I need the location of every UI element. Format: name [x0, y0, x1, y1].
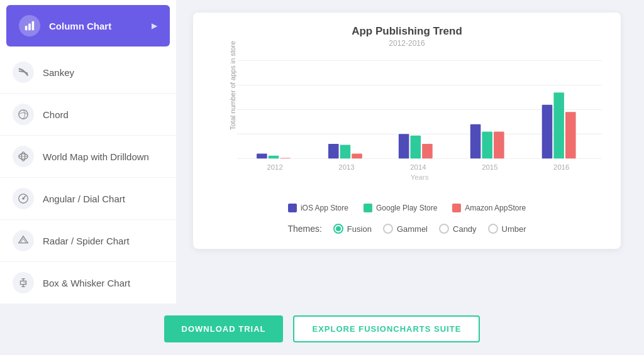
theme-gammel[interactable]: Gammel [383, 224, 428, 234]
legend-google: Google Play Store [364, 204, 437, 212]
explore-fusioncharts-button[interactable]: EXPLORE FUSIONCHARTS SUITE [293, 315, 480, 342]
svg-text:2012: 2012 [267, 163, 282, 171]
sidebar-item-radar[interactable]: Radar / Spider Chart [0, 220, 176, 262]
sidebar-item-column-chart[interactable]: Column Chart ▶ [6, 5, 170, 46]
chart-container: Total number of apps in store 2M 1.5M 1M [212, 54, 602, 199]
sidebar-item-angular-dial[interactable]: Angular / Dial Chart [0, 178, 176, 220]
chart-title: App Publishing Trend [212, 25, 602, 38]
svg-rect-39 [494, 131, 504, 158]
svg-marker-10 [19, 236, 28, 243]
legend-ios: iOS App Store [288, 204, 348, 212]
legend-color-ios [288, 204, 297, 212]
legend-label-ios: iOS App Store [301, 204, 348, 212]
theme-fusion-label: Fusion [347, 224, 372, 234]
sidebar-item-box-whisker-label: Box & Whisker Chart [43, 278, 130, 288]
sidebar-item-sankey-label: Sankey [43, 67, 74, 78]
theme-umber-radio[interactable] [488, 224, 498, 234]
sidebar-item-angular-dial-label: Angular / Dial Chart [43, 194, 125, 204]
svg-point-3 [19, 110, 28, 119]
dial-icon [13, 188, 34, 209]
theme-gammel-label: Gammel [397, 224, 428, 234]
map-icon [13, 146, 34, 167]
svg-text:2013: 2013 [338, 163, 354, 171]
svg-rect-32 [340, 145, 351, 159]
theme-fusion-radio-inner [336, 226, 341, 231]
svg-rect-28 [257, 154, 267, 159]
chart-legend: iOS App Store Google Play Store Amazon A… [212, 204, 602, 212]
sidebar-item-world-map-label: World Map with Drilldown [43, 151, 149, 162]
svg-rect-37 [470, 124, 481, 159]
legend-amazon: Amazon AppStore [452, 204, 526, 212]
svg-rect-31 [328, 144, 339, 158]
sidebar-item-radar-label: Radar / Spider Chart [43, 236, 130, 246]
theme-candy-label: Candy [453, 224, 477, 234]
svg-text:2015: 2015 [482, 163, 497, 171]
theme-umber[interactable]: Umber [488, 224, 526, 234]
radar-icon [13, 230, 34, 251]
theme-candy-radio[interactable] [439, 224, 449, 234]
sidebar-item-column-chart-label: Column Chart [49, 21, 111, 31]
theme-fusion-radio[interactable] [333, 224, 343, 234]
svg-rect-38 [482, 131, 492, 158]
sidebar: Column Chart ▶ Sankey Chord [0, 0, 176, 304]
legend-color-google [364, 204, 372, 212]
chart-subtitle: 2012-2016 [212, 39, 602, 48]
content-area: App Publishing Trend 2012-2016 Total num… [176, 0, 644, 304]
svg-line-9 [23, 196, 26, 199]
chart-card: App Publishing Trend 2012-2016 Total num… [193, 13, 621, 249]
svg-rect-36 [422, 144, 433, 158]
svg-rect-2 [32, 21, 35, 30]
legend-color-amazon [452, 204, 461, 212]
svg-text:Years: Years [411, 173, 429, 180]
svg-text:2016: 2016 [553, 163, 569, 171]
theme-umber-label: Umber [502, 224, 526, 234]
theme-fusion[interactable]: Fusion [333, 224, 372, 234]
themes-label: Themes: [287, 224, 321, 234]
svg-text:2014: 2014 [410, 163, 426, 171]
y-axis-label: Total number of apps in store [229, 41, 236, 130]
svg-rect-0 [25, 26, 28, 30]
svg-rect-40 [542, 105, 553, 159]
svg-rect-1 [28, 23, 31, 30]
box-icon [13, 272, 34, 293]
sankey-icon [13, 62, 34, 83]
svg-rect-35 [411, 136, 421, 159]
sidebar-item-chord[interactable]: Chord [0, 94, 176, 136]
theme-gammel-radio[interactable] [383, 224, 393, 234]
sidebar-item-world-map[interactable]: World Map with Drilldown [0, 136, 176, 178]
svg-rect-30 [280, 158, 291, 159]
chevron-right-icon: ▶ [152, 21, 157, 30]
svg-rect-34 [399, 134, 409, 158]
legend-label-amazon: Amazon AppStore [465, 204, 526, 212]
download-trial-button[interactable]: DOWNLOAD TRIAL [164, 315, 284, 342]
chord-icon [13, 104, 34, 125]
svg-rect-29 [269, 156, 279, 159]
bottom-buttons: DOWNLOAD TRIAL EXPLORE FUSIONCHARTS SUIT… [0, 304, 644, 355]
sidebar-item-chord-label: Chord [43, 109, 69, 120]
chart-svg: 2M 1.5M 1M 500K 0 [237, 54, 602, 180]
svg-rect-33 [352, 154, 362, 159]
chart-inner: 2M 1.5M 1M 500K 0 [237, 54, 602, 180]
sidebar-item-sankey[interactable]: Sankey [0, 52, 176, 94]
svg-rect-41 [553, 92, 564, 158]
theme-candy[interactable]: Candy [439, 224, 477, 234]
legend-label-google: Google Play Store [376, 204, 437, 212]
sidebar-item-box-whisker[interactable]: Box & Whisker Chart [0, 262, 176, 304]
svg-rect-42 [565, 112, 576, 158]
bar-chart-icon [19, 15, 40, 36]
themes-row: Themes: Fusion Gammel Candy [212, 224, 602, 234]
